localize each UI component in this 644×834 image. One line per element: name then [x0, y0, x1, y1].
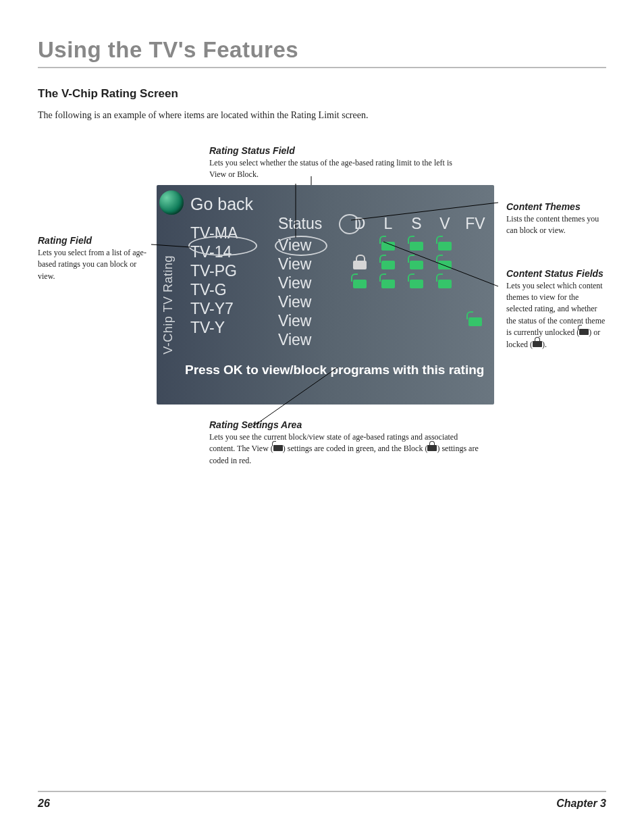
- unlock-icon: [410, 278, 423, 289]
- lock-row: [346, 236, 491, 255]
- unlock-icon: [273, 444, 283, 452]
- unlock-icon: [579, 328, 589, 336]
- theme-headers: DLSVFV: [346, 215, 491, 233]
- status-cell[interactable]: View: [278, 255, 322, 273]
- lock-icon: [427, 444, 437, 452]
- chapter-label: Chapter 3: [556, 798, 606, 810]
- lock-cell[interactable]: [431, 274, 459, 293]
- lock-icon: [533, 340, 542, 348]
- chapter-title: Using the TV's Features: [38, 37, 606, 63]
- selection-indicator: [339, 214, 360, 234]
- unlock-icon: [438, 278, 452, 289]
- unlock-icon: [381, 240, 395, 251]
- rating-status-body: Lets you select whether the status of th…: [209, 157, 452, 181]
- intro-paragraph: The following is an example of where ite…: [38, 110, 606, 121]
- content-themes-title: Content Themes: [506, 201, 606, 212]
- lock-cell: [374, 331, 402, 350]
- page-footer: 26 Chapter 3: [38, 791, 606, 810]
- status-cell[interactable]: View: [278, 330, 322, 349]
- lock-cell: [402, 312, 431, 331]
- lock-cell[interactable]: [402, 236, 431, 255]
- lock-cell: [402, 293, 431, 312]
- status-header: Status: [278, 215, 322, 233]
- lock-cell[interactable]: [431, 236, 459, 255]
- unlock-icon: [353, 278, 367, 289]
- lock-cell[interactable]: [374, 274, 402, 293]
- section-title: The V-Chip Rating Screen: [38, 87, 606, 101]
- theme-header-cell: S: [402, 215, 431, 233]
- lock-row: [346, 293, 491, 312]
- rating-item[interactable]: TV-G: [190, 280, 253, 299]
- lock-cell: [374, 312, 402, 331]
- vchip-screenshot: V-Chip TV Rating Go back TV-MATV-14TV-PG…: [157, 185, 494, 405]
- theme-header-cell: L: [374, 215, 402, 233]
- lock-cell: [459, 293, 491, 312]
- unlock-icon: [410, 240, 423, 251]
- lock-cell[interactable]: [431, 255, 459, 274]
- sidebar: V-Chip TV Rating: [157, 185, 180, 405]
- unlock-icon: [438, 240, 452, 251]
- rating-status-title: Rating Status Field: [209, 145, 606, 156]
- selection-indicator: [275, 236, 327, 256]
- lock-cell: [346, 312, 374, 331]
- selection-indicator: [188, 236, 257, 256]
- lock-cell[interactable]: [402, 255, 431, 274]
- unlock-icon: [438, 259, 452, 270]
- lock-cell[interactable]: [459, 312, 491, 331]
- rating-column: Go back TV-MATV-14TV-PGTV-GTV-Y7TV-Y: [190, 194, 253, 337]
- lock-row: [346, 331, 491, 350]
- status-cell[interactable]: View: [278, 292, 322, 311]
- rating-field-title: Rating Field: [38, 235, 151, 246]
- lock-row: [346, 255, 491, 274]
- lock-cell[interactable]: [374, 236, 402, 255]
- unlock-icon: [410, 259, 423, 270]
- status-cell[interactable]: View: [278, 273, 322, 292]
- lock-cell: [346, 236, 374, 255]
- unlock-icon: [381, 259, 395, 270]
- status-cell[interactable]: View: [278, 311, 322, 330]
- lock-cell: [459, 274, 491, 293]
- instruction-bar: Press OK to view/block programs with thi…: [185, 363, 490, 377]
- content-status-grid: [346, 236, 491, 350]
- content-status-body: Lets you select which content themes to …: [506, 280, 606, 350]
- lock-cell: [459, 331, 491, 350]
- theme-header-cell: FV: [459, 215, 491, 233]
- rating-settings-body: Lets you see the current block/view stat…: [209, 432, 479, 467]
- go-back-item[interactable]: Go back: [190, 194, 253, 214]
- lock-cell: [402, 331, 431, 350]
- status-column: Status ViewViewViewViewViewView: [278, 215, 322, 349]
- lock-cell[interactable]: [374, 255, 402, 274]
- rating-item[interactable]: TV-Y7: [190, 299, 253, 318]
- sidebar-label: V-Chip TV Rating: [161, 255, 176, 355]
- rating-item[interactable]: TV-PG: [190, 261, 253, 280]
- content-themes-body: Lists the content themes you can block o…: [506, 213, 606, 237]
- rating-settings-title: Rating Settings Area: [209, 419, 479, 430]
- lock-icon: [353, 259, 367, 270]
- lock-cell[interactable]: [402, 274, 431, 293]
- unlock-icon: [381, 278, 395, 289]
- lock-cell: [346, 331, 374, 350]
- lock-cell[interactable]: [346, 255, 374, 274]
- lock-cell: [431, 293, 459, 312]
- rating-item[interactable]: TV-Y: [190, 318, 253, 337]
- lock-cell: [346, 293, 374, 312]
- lock-cell: [431, 331, 459, 350]
- lock-row: [346, 312, 491, 331]
- page-number: 26: [38, 798, 50, 810]
- unlock-icon: [468, 316, 482, 327]
- rating-field-body: Lets you select from a list of age-based…: [38, 247, 151, 282]
- lock-row: [346, 274, 491, 293]
- lock-cell[interactable]: [346, 274, 374, 293]
- content-status-title: Content Status Fields: [506, 268, 606, 279]
- title-rule: [38, 67, 606, 68]
- lock-cell: [459, 255, 491, 274]
- globe-icon: [159, 190, 184, 215]
- lock-cell: [431, 312, 459, 331]
- theme-header-cell: V: [431, 215, 459, 233]
- lock-cell: [374, 293, 402, 312]
- lock-cell: [459, 236, 491, 255]
